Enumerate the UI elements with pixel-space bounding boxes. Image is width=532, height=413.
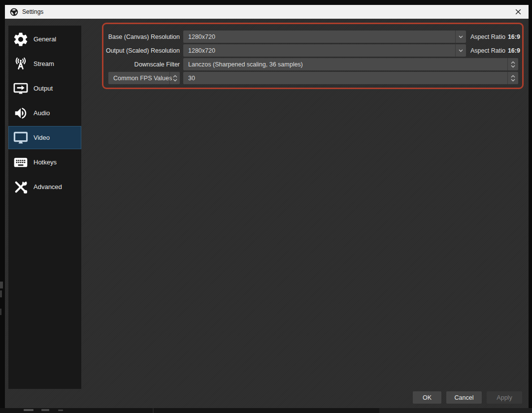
aspect-ratio-readout: Aspect Ratio16:9 — [470, 33, 520, 40]
window-title: Settings — [22, 8, 43, 15]
base-resolution-row: Base (Canvas) Resolution 1280x720 Aspect… — [5, 31, 524, 43]
fps-type-value: Common FPS Values — [113, 75, 172, 82]
downscale-filter-select[interactable]: Lanczos (Sharpened scaling, 36 samples) — [183, 58, 518, 70]
background-window-strip — [0, 408, 532, 413]
cancel-button[interactable]: Cancel — [446, 391, 482, 404]
speaker-icon — [11, 104, 30, 123]
base-resolution-select[interactable]: 1280x720 — [183, 31, 466, 43]
downscale-filter-label: Downscale Filter — [5, 61, 180, 68]
spinner-icon — [507, 72, 518, 84]
background-divider — [153, 408, 154, 413]
fps-value: 30 — [188, 75, 195, 82]
spinner-icon — [507, 58, 518, 70]
output-resolution-value: 1280x720 — [188, 47, 215, 54]
fps-type-select[interactable]: Common FPS Values — [108, 72, 180, 84]
footer-buttons: OK Cancel Apply — [413, 391, 522, 404]
monitor-icon — [11, 128, 30, 147]
ok-button[interactable]: OK — [413, 391, 441, 404]
sidebar-item-hotkeys[interactable]: Hotkeys — [8, 151, 81, 174]
output-resolution-row: Output (Scaled) Resolution 1280x720 Aspe… — [5, 44, 524, 57]
sidebar-item-label: Audio — [33, 109, 50, 117]
background-toolbar-mark — [58, 410, 63, 411]
base-resolution-label: Base (Canvas) Resolution — [5, 33, 180, 40]
settings-dialog: Settings General — [5, 5, 529, 408]
obs-logo-icon — [10, 8, 18, 16]
background-toolbar-mark — [41, 409, 49, 411]
fps-value-select[interactable]: 30 — [183, 72, 518, 84]
tools-icon — [11, 178, 30, 196]
dialog-content: General Stream — [5, 19, 529, 408]
sidebar-item-audio[interactable]: Audio — [8, 101, 81, 125]
output-resolution-label: Output (Scaled) Resolution — [5, 47, 180, 54]
background-pane — [379, 408, 532, 413]
output-resolution-select[interactable]: 1280x720 — [183, 44, 466, 57]
close-button[interactable] — [508, 5, 529, 19]
spinner-icon — [169, 72, 180, 84]
sidebar-item-label: Video — [33, 134, 50, 141]
background-edge-mark — [0, 309, 1, 315]
base-resolution-value: 1280x720 — [188, 33, 215, 40]
close-icon — [515, 9, 521, 15]
sidebar-item-video[interactable]: Video — [8, 126, 81, 149]
sidebar-item-advanced[interactable]: Advanced — [8, 175, 81, 198]
chevron-down-icon — [455, 31, 466, 43]
background-edge-mark — [0, 290, 2, 297]
fps-row: Common FPS Values 30 — [5, 72, 524, 84]
sidebar-item-label: Hotkeys — [33, 159, 57, 166]
keyboard-icon — [11, 153, 30, 172]
downscale-filter-value: Lanczos (Sharpened scaling, 36 samples) — [188, 61, 303, 68]
sidebar-item-label: Output — [33, 85, 53, 92]
aspect-ratio-readout: Aspect Ratio16:9 — [470, 47, 520, 54]
sidebar-item-label: Advanced — [33, 183, 62, 191]
chevron-down-icon — [455, 44, 466, 57]
apply-button: Apply — [487, 391, 522, 404]
background-edge-mark — [0, 282, 3, 288]
downscale-filter-row: Downscale Filter Lanczos (Sharpened scal… — [5, 58, 524, 70]
titlebar[interactable]: Settings — [5, 5, 529, 19]
background-toolbar-mark — [24, 409, 33, 411]
